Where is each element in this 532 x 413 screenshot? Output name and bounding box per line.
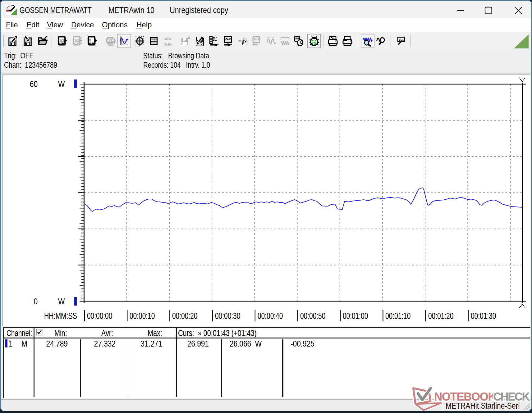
svg-text:M: M <box>89 38 91 43</box>
svg-text:CHECK: CHECK <box>493 390 530 403</box>
svg-text:321: 321 <box>74 38 79 43</box>
svg-text:(x): (x) <box>243 39 247 44</box>
svg-text:321: 321 <box>59 38 64 43</box>
svg-text:321: 321 <box>255 38 258 41</box>
svg-text:12: 12 <box>296 38 298 39</box>
svg-text:1257: 1257 <box>108 39 113 43</box>
svg-text:1/2/3: 1/2/3 <box>399 38 405 42</box>
svg-text:NOTEBOOK: NOTEBOOK <box>434 390 496 403</box>
